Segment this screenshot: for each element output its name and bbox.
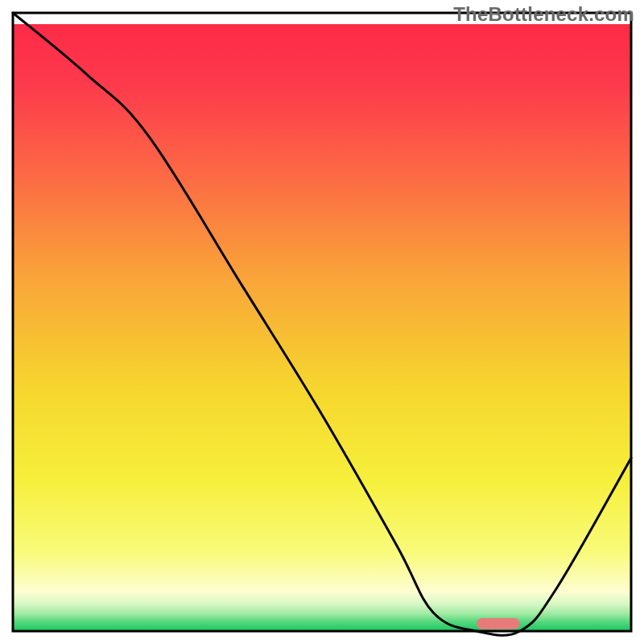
optimal-marker	[477, 618, 520, 630]
chart-container: TheBottleneck.com	[0, 0, 644, 644]
plot-area	[13, 13, 631, 635]
watermark-text: TheBottleneck.com	[453, 3, 634, 26]
bottleneck-chart	[0, 0, 644, 644]
gradient-background	[13, 24, 631, 631]
